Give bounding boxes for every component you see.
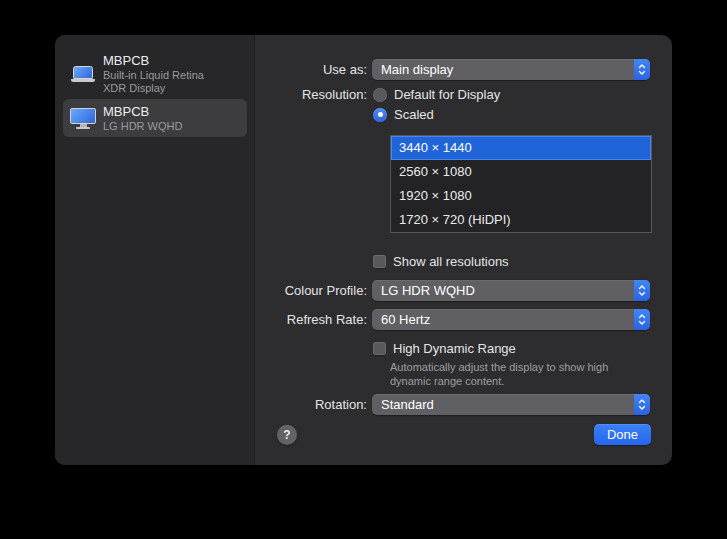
resolution-scaled-radio[interactable]: Scaled (373, 107, 434, 122)
resolution-label: Resolution: (255, 87, 367, 102)
display-subtitle: Built-in Liquid Retina XDR Display (103, 69, 225, 95)
display-settings-panel: Use as: Main display Resolution: Default… (255, 35, 672, 465)
resolution-default-label: Default for Display (394, 87, 500, 102)
checkbox-unchecked-icon (373, 255, 386, 268)
colour-profile-popup[interactable]: LG HDR WQHD (372, 280, 650, 301)
refresh-rate-value: 60 Hertz (372, 312, 634, 327)
use-as-popup[interactable]: Main display (372, 59, 650, 80)
resolution-option[interactable]: 2560 × 1080 (391, 160, 651, 184)
show-all-resolutions-label: Show all resolutions (393, 254, 509, 269)
display-subtitle: LG HDR WQHD (103, 120, 225, 133)
done-button[interactable]: Done (594, 424, 651, 445)
resolution-list: 3440 × 1440 2560 × 1080 1920 × 1080 1720… (390, 135, 652, 233)
rotation-popup[interactable]: Standard (372, 394, 650, 415)
refresh-rate-label: Refresh Rate: (255, 309, 367, 330)
display-settings-window: MBPCB Built-in Liquid Retina XDR Display… (55, 35, 672, 465)
resolution-default-radio[interactable]: Default for Display (373, 87, 500, 102)
refresh-rate-popup[interactable]: 60 Hertz (372, 309, 650, 330)
hdr-checkbox[interactable]: High Dynamic Range (373, 341, 516, 356)
use-as-value: Main display (372, 62, 634, 77)
use-as-label: Use as: (255, 59, 367, 80)
display-name: MBPCB (103, 53, 225, 68)
monitor-icon (63, 108, 103, 129)
sidebar-item-builtin-display[interactable]: MBPCB Built-in Liquid Retina XDR Display (63, 51, 247, 97)
hdr-label: High Dynamic Range (393, 341, 516, 356)
chevron-up-down-icon (634, 280, 650, 301)
display-name: MBPCB (103, 104, 225, 119)
radio-off-icon (373, 88, 387, 102)
resolution-scaled-label: Scaled (394, 107, 434, 122)
chevron-up-down-icon (634, 59, 650, 80)
checkbox-unchecked-icon (373, 342, 386, 355)
laptop-icon (63, 66, 103, 82)
chevron-up-down-icon (634, 394, 650, 415)
sidebar-item-lg-display[interactable]: MBPCB LG HDR WQHD (63, 99, 247, 137)
rotation-label: Rotation: (255, 394, 367, 415)
colour-profile-value: LG HDR WQHD (372, 283, 634, 298)
help-button[interactable]: ? (277, 425, 297, 445)
resolution-option[interactable]: 3440 × 1440 (391, 136, 651, 160)
rotation-value: Standard (372, 397, 634, 412)
hdr-description: Automatically adjust the display to show… (390, 361, 648, 388)
chevron-up-down-icon (634, 309, 650, 330)
display-list-sidebar: MBPCB Built-in Liquid Retina XDR Display… (55, 35, 255, 465)
radio-on-icon (373, 108, 387, 122)
show-all-resolutions-checkbox[interactable]: Show all resolutions (373, 254, 509, 269)
resolution-option[interactable]: 1720 × 720 (HiDPI) (391, 208, 651, 232)
colour-profile-label: Colour Profile: (255, 280, 367, 301)
resolution-option[interactable]: 1920 × 1080 (391, 184, 651, 208)
